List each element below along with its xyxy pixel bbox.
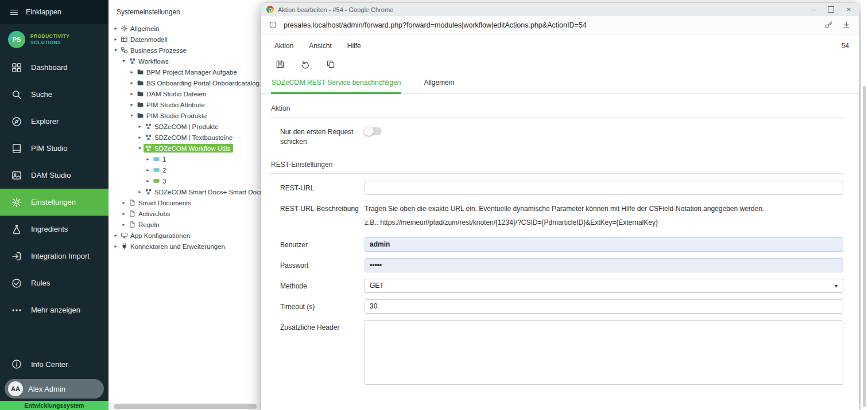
tree-item-konnektoren-und-erweiterungen[interactable]: ▸Konnektoren und Erweiterungen (108, 241, 261, 252)
benutzer-input[interactable] (365, 237, 843, 252)
tree-item-label: BS Onboarding Portal Onboardcatalog (146, 80, 259, 87)
tree-item-dam-studio-dateien[interactable]: ▸DAM Studio Dateien (108, 88, 261, 99)
chevron-right-icon[interactable]: ▸ (112, 244, 119, 249)
sidebar-item-integration-import[interactable]: Integration Import (0, 243, 108, 270)
tree-item-sdzecom-textbausteine[interactable]: ▸SDZeCOM | Textbausteine (108, 132, 261, 143)
tree-item-3[interactable]: ▸3 (108, 175, 261, 186)
sidebar-item-label: DAM Studio (31, 171, 71, 179)
chevron-down-icon[interactable]: ▾ (136, 146, 144, 151)
tree-item-sdzecom-smart-docs-smart-documents[interactable]: ▸SDZeCOM Smart Docs+ Smart Documents (108, 186, 261, 197)
form-row-zus-tzliche-header: Zusätzliche Header (270, 320, 843, 387)
url-text[interactable]: presales.localhost/admin/forward.php?for… (284, 21, 587, 29)
chevron-down-icon[interactable]: ▾ (128, 113, 135, 118)
tree-item-activejobs[interactable]: ▸ActiveJobs (108, 208, 261, 219)
tree-item-bpm-project-manager-aufgabe[interactable]: ▸BPM Project Manager Aufgabe (108, 67, 261, 77)
copy-button[interactable] (326, 59, 336, 69)
horizontal-scrollbar[interactable] (108, 403, 261, 410)
scrollbar-thumb[interactable] (863, 86, 866, 407)
form-row-nur-den-ersten-request-schicken: Nur den ersten Request schicken (270, 124, 843, 147)
page-info-icon[interactable] (269, 21, 277, 29)
workflow-icon (145, 188, 152, 196)
node-green-icon (153, 177, 160, 185)
tree-item-allgemein[interactable]: ▸Allgemein (108, 23, 261, 34)
tree-item-business-prozesse[interactable]: ▾Business Prozesse (108, 45, 261, 56)
chevron-right-icon[interactable]: ▸ (136, 189, 144, 194)
chevron-down-icon[interactable]: ▾ (120, 58, 127, 64)
sidebar-item-label: Mehr anzeigen (31, 306, 80, 314)
chevron-right-icon[interactable]: ▸ (136, 135, 144, 140)
tree-item-2[interactable]: ▸2 (108, 165, 261, 175)
window-titlebar[interactable]: Aktion bearbeiten - #54 - Google Chrome … (261, 3, 859, 16)
chevron-right-icon[interactable]: ▸ (144, 178, 152, 183)
chevron-right-icon[interactable]: ▸ (112, 26, 119, 31)
close-button[interactable]: ✕ (840, 3, 858, 16)
chevron-right-icon[interactable]: ▸ (120, 200, 127, 205)
sidebar-bottom: Info Center AA Alex Admin (0, 352, 108, 399)
sidebar-item-explorer[interactable]: Explorer (0, 108, 108, 135)
tree-item-label: SDZeCOM Smart Docs+ Smart Documents (154, 189, 261, 196)
undo-button[interactable] (300, 59, 311, 69)
minimize-button[interactable]: — (804, 3, 822, 16)
sidebar-item-dam-studio[interactable]: DAM Studio (0, 162, 108, 189)
passwort-input[interactable] (365, 258, 843, 272)
sidebar-item-pim-studio[interactable]: PIM Studio (0, 135, 108, 162)
folder-icon (137, 90, 144, 97)
rules-icon (11, 278, 22, 289)
sidebar-collapse-button[interactable]: Einklappen (0, 0, 108, 24)
tab-sdzecom-rest-service-benachrichtigen[interactable]: SDZeCOM REST-Service benachrichtigen (271, 77, 401, 94)
page-scrollbar-vertical[interactable] (861, 0, 868, 410)
tree-item-label: BPM Project Manager Aufgabe (146, 69, 237, 76)
sidebar-item-mehr-anzeigen[interactable]: Mehr anzeigen (0, 296, 108, 323)
chevron-right-icon[interactable]: ▸ (120, 211, 127, 216)
chevron-right-icon[interactable]: ▸ (112, 233, 119, 238)
sidebar-item-info-center[interactable]: Info Center (0, 352, 108, 377)
tree-item-sdzecom-produkte[interactable]: ▸SDZeCOM | Produkte (108, 121, 261, 132)
chevron-right-icon[interactable]: ▸ (120, 222, 127, 227)
chevron-down-icon[interactable]: ▾ (112, 48, 119, 53)
rest-url-input[interactable] (365, 181, 843, 195)
sidebar-item-dashboard[interactable]: Dashboard (0, 54, 108, 81)
sidebar-item-ingredients[interactable]: Ingredients (0, 216, 108, 243)
methode-select[interactable]: GET▾ (365, 279, 843, 293)
chevron-right-icon[interactable]: ▸ (112, 37, 119, 42)
tree-item-workflows[interactable]: ▾Workflows (108, 56, 261, 67)
menu-hilfe[interactable]: Hilfe (347, 42, 361, 50)
tree-item-bs-onboarding-portal-onboardcatalog[interactable]: ▸BS Onboarding Portal Onboardcatalog (108, 77, 261, 88)
sidebar-item-rules[interactable]: Rules (0, 270, 108, 296)
zus-tzliche-header-textarea[interactable] (365, 320, 843, 385)
maximize-button[interactable] (822, 3, 840, 16)
tree-item-pim-studio-attribute[interactable]: ▸PIM Studio Attribute (108, 99, 261, 110)
tree-item-regeln[interactable]: ▸Regeln (108, 219, 261, 230)
chevron-right-icon[interactable]: ▸ (136, 124, 144, 129)
download-icon[interactable] (842, 21, 851, 29)
tree-item-label: Konnektoren und Erweiterungen (130, 243, 225, 250)
menu-aktion[interactable]: Aktion (274, 42, 293, 50)
chevron-right-icon[interactable]: ▸ (128, 80, 135, 85)
sidebar-item-suche[interactable]: Suche (0, 81, 108, 108)
chevron-right-icon[interactable]: ▸ (128, 102, 135, 107)
toggle-nur-den-ersten-request-schicken[interactable] (365, 127, 382, 135)
doc-icon (129, 199, 136, 206)
scrollbar-thumb[interactable] (114, 404, 257, 409)
menu-ansicht[interactable]: Ansicht (309, 42, 331, 50)
chevron-right-icon[interactable]: ▸ (128, 69, 135, 75)
timeout-s-input[interactable] (365, 299, 843, 314)
sidebar-item-einstellungen[interactable]: Einstellungen (0, 189, 108, 216)
tree-item-datenmodell[interactable]: ▸Datenmodell (108, 34, 261, 45)
tree-item-sdzecom-workflow-utils[interactable]: ▾SDZeCOM Workflow Utils (108, 143, 261, 154)
form-area: AktionNur den ersten Request schickenRES… (261, 94, 859, 387)
field-description-line: Tragen Sie oben die exakte URL ein. Even… (365, 204, 843, 214)
save-button[interactable] (275, 59, 285, 69)
user-menu[interactable]: AA Alex Admin (5, 379, 104, 399)
tab-bar: SDZeCOM REST-Service benachrichtigenAllg… (261, 71, 859, 94)
flask-icon (11, 224, 22, 235)
tree-item-1[interactable]: ▸1 (108, 154, 261, 165)
tree-item-app-konfigurationen[interactable]: ▸App Konfigurationen (108, 230, 261, 241)
chevron-right-icon[interactable]: ▸ (128, 91, 135, 96)
chevron-right-icon[interactable]: ▸ (144, 167, 152, 173)
password-key-icon[interactable] (824, 21, 833, 29)
chevron-right-icon[interactable]: ▸ (144, 157, 152, 162)
tree-item-pim-studio-produkte[interactable]: ▾PIM Studio Produkte (108, 110, 261, 121)
tab-allgemein[interactable]: Allgemein (423, 77, 455, 93)
tree-item-smart-documents[interactable]: ▸Smart Documents (108, 197, 261, 208)
